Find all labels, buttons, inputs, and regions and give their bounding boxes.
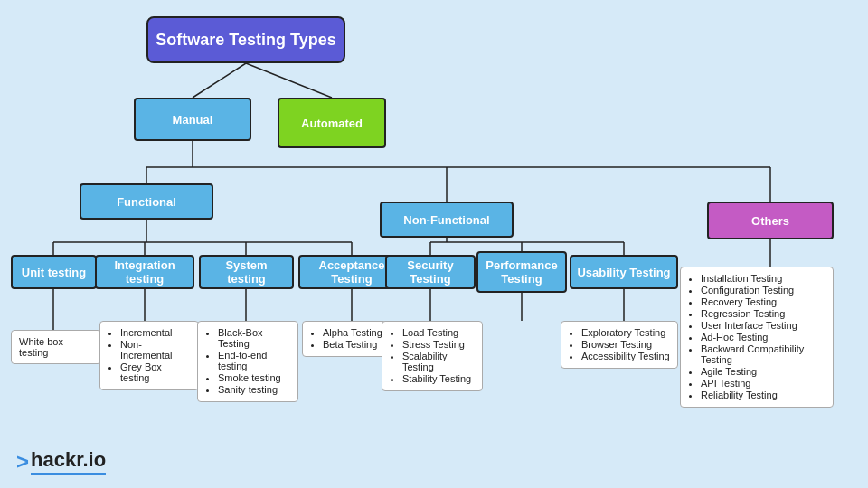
integration-detail: Incremental Non-Incremental Grey Box tes… [99,321,199,390]
list-item: Installation Testing [701,273,826,284]
functional-node: Functional [80,183,213,220]
system-detail: Black-Box Testing End-to-end testing Smo… [197,321,298,402]
list-item: Agile Testing [701,366,826,377]
list-item: API Testing [701,378,826,389]
security-list: Load Testing Stress Testing Scalability … [402,327,475,384]
list-item: Non-Incremental [120,339,191,361]
usability-detail: Exploratory Testing Browser Testing Acce… [561,321,678,369]
list-item: Smoke testing [218,372,290,383]
list-item: Browser Testing [581,339,670,350]
acceptance-label: Acceptance Testing [306,258,398,286]
connector-lines [0,0,868,488]
others-list: Installation Testing Configuration Testi… [701,273,826,400]
security-detail: Load Testing Stress Testing Scalability … [382,321,483,391]
performance-node: Performance Testing [476,251,567,293]
list-item: Reliability Testing [701,389,826,400]
system-list: Black-Box Testing End-to-end testing Smo… [218,327,290,395]
security-node: Security Testing [385,255,476,289]
nonfunctional-node: Non-Functional [380,202,514,238]
list-item: Grey Box testing [120,361,191,383]
security-label: Security Testing [392,258,468,286]
list-item: End-to-end testing [218,350,290,371]
system-node: System testing [199,255,294,289]
svg-line-0 [193,63,246,98]
svg-line-1 [246,63,332,98]
others-label: Others [751,214,789,228]
acceptance-detail: Alpha Testing Beta Testing [302,321,392,357]
list-item: Exploratory Testing [581,327,670,338]
unit-label: Unit testing [22,266,87,279]
integration-node: Integration testing [95,255,194,289]
list-item: Load Testing [402,327,475,338]
hackr-logo: > hackr.io [16,448,106,475]
white-box-text: White box testing [19,336,63,358]
integration-list: Incremental Non-Incremental Grey Box tes… [120,327,191,383]
usability-node: Usability Testing [570,255,678,289]
list-item: Ad-Hoc Testing [701,332,826,343]
unit-node: Unit testing [11,255,97,289]
list-item: Incremental [120,327,191,338]
usability-label: Usability Testing [577,266,670,279]
list-item: User Interface Testing [701,320,826,331]
usability-list: Exploratory Testing Browser Testing Acce… [581,327,670,361]
manual-node: Manual [134,98,251,141]
logo-arrow: > [16,449,29,474]
automated-node: Automated [278,98,386,148]
list-item: Stability Testing [402,373,475,384]
system-label: System testing [206,258,287,286]
others-node: Others [707,202,834,239]
white-box-detail: White box testing [11,330,101,364]
functional-label: Functional [117,195,176,209]
list-item: Recovery Testing [701,296,826,307]
list-item: Stress Testing [402,339,475,350]
performance-label: Performance Testing [484,258,560,286]
list-item: Sanity testing [218,384,290,395]
list-item: Accessibility Testing [581,351,670,361]
root-label: Software Testing Types [156,31,335,50]
logo-text: hackr.io [31,448,106,475]
list-item: Regression Testing [701,308,826,319]
diagram: Software Testing Types Manual Automated … [0,0,868,488]
list-item: Configuration Testing [701,285,826,296]
list-item: Beta Testing [323,339,384,350]
root-node: Software Testing Types [146,16,345,63]
integration-label: Integration testing [102,258,187,286]
list-item: Alpha Testing [323,327,384,338]
list-item: Scalability Testing [402,351,475,372]
acceptance-list: Alpha Testing Beta Testing [323,327,384,350]
automated-label: Automated [301,117,363,130]
list-item: Backward Compatibility Testing [701,343,826,365]
list-item: Black-Box Testing [218,327,290,349]
nonfunctional-label: Non-Functional [403,213,489,227]
manual-label: Manual [173,113,213,127]
others-detail: Installation Testing Configuration Testi… [680,267,834,408]
